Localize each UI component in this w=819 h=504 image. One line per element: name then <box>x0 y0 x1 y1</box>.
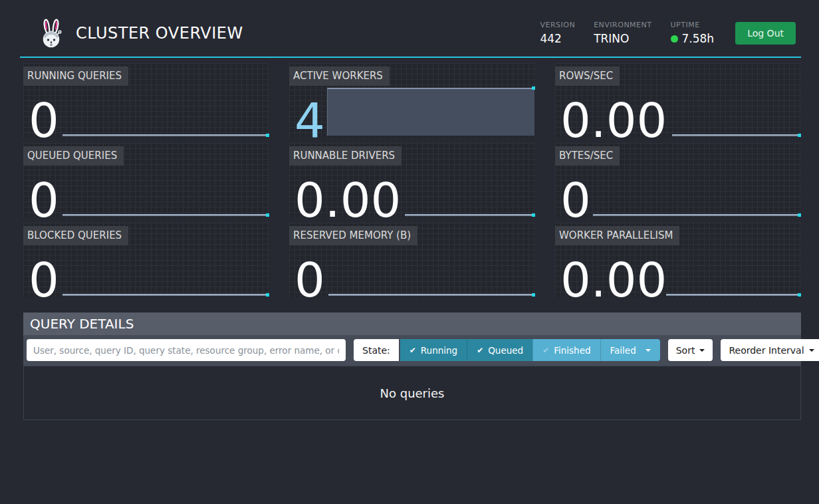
state-filter-failed[interactable]: Failed <box>600 339 660 361</box>
metric-value: 0 <box>29 256 59 304</box>
reorder-interval-label: Reorder Interval <box>729 345 804 356</box>
stat-label: ENVIRONMENT <box>594 21 651 29</box>
logout-button[interactable]: Log Out <box>735 22 796 45</box>
metric-label: BYTES/SEC <box>555 146 620 166</box>
stat-environment: ENVIRONMENT TRINO <box>594 21 651 45</box>
metric-card: RUNNABLE DRIVERS 0.00 <box>289 143 535 217</box>
stat-uptime: UPTIME 7.58h <box>671 21 715 45</box>
metric-label: RUNNING QUERIES <box>23 66 128 86</box>
metric-card: QUEUED QUERIES 0 <box>23 143 269 217</box>
navbar: CLUSTER OVERVIEW VERSION 442 ENVIRONMENT… <box>20 0 801 58</box>
sparkline-chart <box>327 88 534 136</box>
metric-value: 0.00 <box>560 256 667 304</box>
metric-value: 4 <box>294 96 325 144</box>
metric-card: ROWS/SEC 0.00 <box>555 63 801 138</box>
metric-card: BYTES/SEC 0 <box>555 143 801 217</box>
sparkline-chart <box>328 294 534 296</box>
sparkline-chart <box>62 214 269 216</box>
state-filter-button-label: Failed <box>610 345 636 356</box>
caret-down-icon <box>809 349 814 352</box>
page-title: CLUSTER OVERVIEW <box>76 24 243 43</box>
reorder-interval-button[interactable]: Reorder Interval <box>721 339 819 361</box>
metric-value: 0.00 <box>560 96 667 144</box>
state-filter-button-label: Finished <box>554 345 590 356</box>
metric-card: WORKER PARALLELISM 0.00 <box>555 223 801 297</box>
caret-down-icon <box>645 349 651 352</box>
caret-down-icon <box>699 349 705 352</box>
sparkline-chart <box>672 134 800 136</box>
state-filter-finished[interactable]: ✔Finished <box>532 339 600 361</box>
sparkline-chart <box>405 214 534 216</box>
sparkline-chart <box>62 294 269 296</box>
state-filter-button-label: Queued <box>488 345 523 356</box>
metric-label: RESERVED MEMORY (B) <box>289 226 417 245</box>
metric-value: 0 <box>29 96 59 144</box>
metric-label: QUEUED QUERIES <box>23 146 124 166</box>
sort-button[interactable]: Sort <box>668 339 713 361</box>
metric-card: BLOCKED QUERIES 0 <box>23 223 269 297</box>
check-icon: ✔ <box>477 346 483 354</box>
stat-value: 442 <box>540 32 575 45</box>
metric-label: BLOCKED QUERIES <box>23 226 128 245</box>
empty-queries-message: No queries <box>380 386 445 400</box>
query-search-input[interactable] <box>27 339 346 361</box>
state-filter-queued[interactable]: ✔Queued <box>467 339 532 361</box>
metric-label: ACTIVE WORKERS <box>289 66 390 86</box>
trino-bunny-logo <box>39 17 64 49</box>
state-filter-label: State: <box>354 339 400 361</box>
state-filter-group: State: ✔Running✔Queued✔FinishedFailed <box>354 339 660 361</box>
stat-value: 7.58h <box>671 32 715 45</box>
cluster-stats: VERSION 442 ENVIRONMENT TRINO UPTIME 7.5… <box>540 21 714 45</box>
metric-label: WORKER PARALLELISM <box>555 226 679 245</box>
metric-value: 0 <box>29 176 59 224</box>
state-filter-button-label: Running <box>421 345 457 356</box>
query-details-title: QUERY DETAILS <box>23 313 801 335</box>
metric-card: RUNNING QUERIES 0 <box>23 63 269 138</box>
query-details-section: QUERY DETAILS State: ✔Running✔Queued✔Fin… <box>23 313 801 420</box>
metric-card: ACTIVE WORKERS 4 <box>289 63 535 138</box>
metric-value: 0 <box>560 176 591 224</box>
sort-button-label: Sort <box>676 345 695 356</box>
sparkline-chart <box>666 294 801 296</box>
sparkline-chart <box>593 214 800 216</box>
state-filter-running[interactable]: ✔Running <box>400 339 467 361</box>
stat-label: UPTIME <box>671 21 715 29</box>
check-icon: ✔ <box>542 346 549 354</box>
sparkline-chart <box>62 134 269 136</box>
metric-label: ROWS/SEC <box>555 66 620 86</box>
metric-label: RUNNABLE DRIVERS <box>289 146 402 166</box>
stat-label: VERSION <box>540 21 575 29</box>
metric-card: RESERVED MEMORY (B) 0 <box>289 223 535 297</box>
stat-version: VERSION 442 <box>540 21 575 45</box>
query-details-toolbar: State: ✔Running✔Queued✔FinishedFailed So… <box>23 335 801 366</box>
metrics-grid: RUNNING QUERIES 0 ACTIVE WORKERS 4 ROWS/… <box>23 63 801 297</box>
uptime-value: 7.58h <box>682 32 715 45</box>
metric-value: 0.00 <box>294 176 401 224</box>
check-icon: ✔ <box>410 346 416 354</box>
metric-value: 0 <box>294 256 325 304</box>
stat-value: TRINO <box>594 32 651 45</box>
uptime-status-dot-icon <box>671 35 678 43</box>
query-list-panel: No queries <box>23 366 801 420</box>
